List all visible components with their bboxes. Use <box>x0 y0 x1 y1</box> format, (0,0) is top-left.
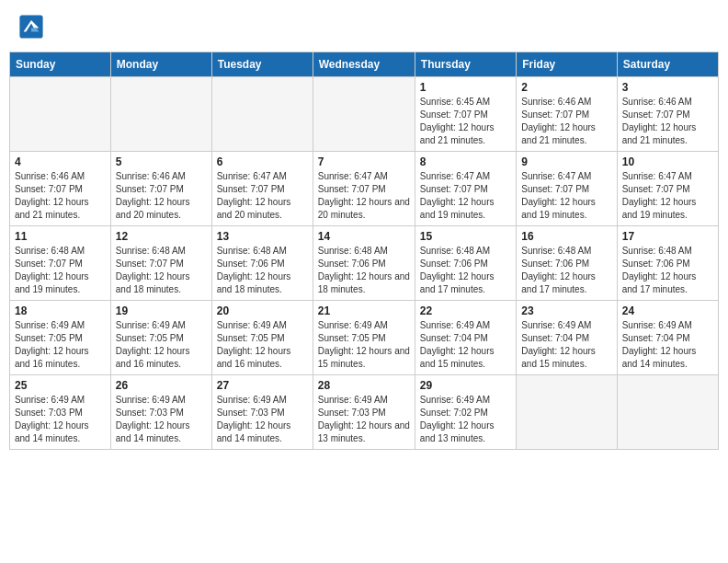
day-number: 7 <box>318 155 410 168</box>
weekday-header-sunday: Sunday <box>10 52 111 77</box>
sunset-text: Sunset: 7:07 PM <box>521 109 611 121</box>
sunset-text: Sunset: 7:07 PM <box>420 109 511 121</box>
sunrise-text: Sunrise: 6:49 AM <box>318 394 410 407</box>
calendar-cell: 8Sunrise: 6:47 AMSunset: 7:07 PMDaylight… <box>415 152 516 226</box>
daylight-text: Daylight: 12 hours and 19 minutes. <box>15 270 106 296</box>
sunrise-text: Sunrise: 6:48 AM <box>622 245 713 258</box>
sunrise-text: Sunrise: 6:48 AM <box>521 245 611 258</box>
calendar-cell: 3Sunrise: 6:46 AMSunset: 7:07 PMDaylight… <box>617 77 718 152</box>
calendar-cell: 7Sunrise: 6:47 AMSunset: 7:07 PMDaylight… <box>313 152 415 226</box>
svg-rect-0 <box>19 15 42 38</box>
day-info: Sunrise: 6:48 AMSunset: 7:06 PMDaylight:… <box>318 245 410 296</box>
day-number: 24 <box>622 304 713 317</box>
daylight-text: Daylight: 12 hours and 18 minutes. <box>217 270 308 296</box>
day-info: Sunrise: 6:47 AMSunset: 7:07 PMDaylight:… <box>217 170 308 222</box>
day-number: 23 <box>521 304 611 317</box>
calendar-cell: 18Sunrise: 6:49 AMSunset: 7:05 PMDayligh… <box>10 301 111 375</box>
sunset-text: Sunset: 7:05 PM <box>116 332 207 345</box>
sunrise-text: Sunrise: 6:47 AM <box>622 170 713 183</box>
calendar-cell: 17Sunrise: 6:48 AMSunset: 7:06 PMDayligh… <box>617 226 718 301</box>
sunrise-text: Sunrise: 6:49 AM <box>420 319 511 332</box>
sunset-text: Sunset: 7:07 PM <box>15 258 106 270</box>
day-number: 9 <box>521 155 611 168</box>
calendar-cell: 11Sunrise: 6:48 AMSunset: 7:07 PMDayligh… <box>10 226 111 301</box>
calendar-cell <box>211 77 313 152</box>
daylight-text: Daylight: 12 hours and 16 minutes. <box>15 345 106 371</box>
calendar-week-row: 11Sunrise: 6:48 AMSunset: 7:07 PMDayligh… <box>10 226 719 301</box>
calendar-cell: 13Sunrise: 6:48 AMSunset: 7:06 PMDayligh… <box>211 226 313 301</box>
sunset-text: Sunset: 7:07 PM <box>622 109 713 121</box>
daylight-text: Daylight: 12 hours and 16 minutes. <box>217 345 308 371</box>
daylight-text: Daylight: 12 hours and 14 minutes. <box>217 419 308 445</box>
sunset-text: Sunset: 7:06 PM <box>521 258 611 270</box>
calendar-week-row: 25Sunrise: 6:49 AMSunset: 7:03 PMDayligh… <box>10 375 719 450</box>
sunrise-text: Sunrise: 6:47 AM <box>420 170 511 183</box>
daylight-text: Daylight: 12 hours and 19 minutes. <box>420 196 511 222</box>
sunset-text: Sunset: 7:05 PM <box>318 332 410 345</box>
day-info: Sunrise: 6:49 AMSunset: 7:03 PMDaylight:… <box>318 394 410 445</box>
sunset-text: Sunset: 7:07 PM <box>116 258 207 270</box>
day-number: 4 <box>15 155 106 168</box>
day-info: Sunrise: 6:49 AMSunset: 7:04 PMDaylight:… <box>521 319 611 371</box>
page-header <box>9 9 719 44</box>
day-info: Sunrise: 6:49 AMSunset: 7:05 PMDaylight:… <box>318 319 410 371</box>
day-number: 18 <box>15 304 106 317</box>
logo <box>18 14 47 40</box>
sunrise-text: Sunrise: 6:47 AM <box>521 170 611 183</box>
daylight-text: Daylight: 12 hours and 21 minutes. <box>420 121 511 147</box>
calendar-cell: 21Sunrise: 6:49 AMSunset: 7:05 PMDayligh… <box>313 301 415 375</box>
calendar-week-row: 4Sunrise: 6:46 AMSunset: 7:07 PMDaylight… <box>10 152 719 226</box>
calendar-cell <box>617 375 718 450</box>
sunrise-text: Sunrise: 6:48 AM <box>15 245 106 258</box>
day-number: 27 <box>217 379 308 392</box>
calendar-cell: 4Sunrise: 6:46 AMSunset: 7:07 PMDaylight… <box>10 152 111 226</box>
calendar-cell: 5Sunrise: 6:46 AMSunset: 7:07 PMDaylight… <box>110 152 211 226</box>
day-info: Sunrise: 6:48 AMSunset: 7:07 PMDaylight:… <box>116 245 207 296</box>
sunset-text: Sunset: 7:03 PM <box>116 407 207 419</box>
calendar-cell: 22Sunrise: 6:49 AMSunset: 7:04 PMDayligh… <box>415 301 516 375</box>
sunset-text: Sunset: 7:06 PM <box>318 258 410 270</box>
sunrise-text: Sunrise: 6:49 AM <box>420 394 511 407</box>
calendar-week-row: 1Sunrise: 6:45 AMSunset: 7:07 PMDaylight… <box>10 77 719 152</box>
day-number: 13 <box>217 230 308 243</box>
day-number: 12 <box>116 230 207 243</box>
sunset-text: Sunset: 7:07 PM <box>622 183 713 196</box>
sunrise-text: Sunrise: 6:48 AM <box>116 245 207 258</box>
calendar-cell: 1Sunrise: 6:45 AMSunset: 7:07 PMDaylight… <box>415 77 516 152</box>
day-info: Sunrise: 6:49 AMSunset: 7:05 PMDaylight:… <box>116 319 207 371</box>
sunset-text: Sunset: 7:05 PM <box>217 332 308 345</box>
day-info: Sunrise: 6:49 AMSunset: 7:03 PMDaylight:… <box>15 394 106 445</box>
day-info: Sunrise: 6:48 AMSunset: 7:06 PMDaylight:… <box>217 245 308 296</box>
sunrise-text: Sunrise: 6:49 AM <box>622 319 713 332</box>
calendar-cell: 15Sunrise: 6:48 AMSunset: 7:06 PMDayligh… <box>415 226 516 301</box>
daylight-text: Daylight: 12 hours and 18 minutes. <box>116 270 207 296</box>
day-number: 6 <box>217 155 308 168</box>
daylight-text: Daylight: 12 hours and 21 minutes. <box>521 121 611 147</box>
weekday-header-friday: Friday <box>517 52 617 77</box>
day-info: Sunrise: 6:46 AMSunset: 7:07 PMDaylight:… <box>116 170 207 222</box>
day-number: 16 <box>521 230 611 243</box>
sunset-text: Sunset: 7:07 PM <box>521 183 611 196</box>
calendar-cell: 16Sunrise: 6:48 AMSunset: 7:06 PMDayligh… <box>517 226 617 301</box>
day-number: 3 <box>622 81 713 94</box>
sunset-text: Sunset: 7:03 PM <box>15 407 106 419</box>
daylight-text: Daylight: 12 hours and 13 minutes. <box>318 419 410 445</box>
calendar-week-row: 18Sunrise: 6:49 AMSunset: 7:05 PMDayligh… <box>10 301 719 375</box>
calendar-cell: 14Sunrise: 6:48 AMSunset: 7:06 PMDayligh… <box>313 226 415 301</box>
daylight-text: Daylight: 12 hours and 17 minutes. <box>622 270 713 296</box>
day-info: Sunrise: 6:49 AMSunset: 7:03 PMDaylight:… <box>116 394 207 445</box>
calendar-header-row: SundayMondayTuesdayWednesdayThursdayFrid… <box>10 52 719 77</box>
calendar-cell: 25Sunrise: 6:49 AMSunset: 7:03 PMDayligh… <box>10 375 111 450</box>
sunset-text: Sunset: 7:07 PM <box>116 183 207 196</box>
weekday-header-wednesday: Wednesday <box>313 52 415 77</box>
calendar-cell: 23Sunrise: 6:49 AMSunset: 7:04 PMDayligh… <box>517 301 617 375</box>
logo-icon <box>18 14 44 40</box>
daylight-text: Daylight: 12 hours and 21 minutes. <box>15 196 106 222</box>
daylight-text: Daylight: 12 hours and 15 minutes. <box>521 345 611 371</box>
sunset-text: Sunset: 7:07 PM <box>318 183 410 196</box>
calendar-cell <box>517 375 617 450</box>
day-info: Sunrise: 6:45 AMSunset: 7:07 PMDaylight:… <box>420 96 511 147</box>
sunrise-text: Sunrise: 6:46 AM <box>521 96 611 109</box>
sunrise-text: Sunrise: 6:48 AM <box>217 245 308 258</box>
sunrise-text: Sunrise: 6:49 AM <box>521 319 611 332</box>
